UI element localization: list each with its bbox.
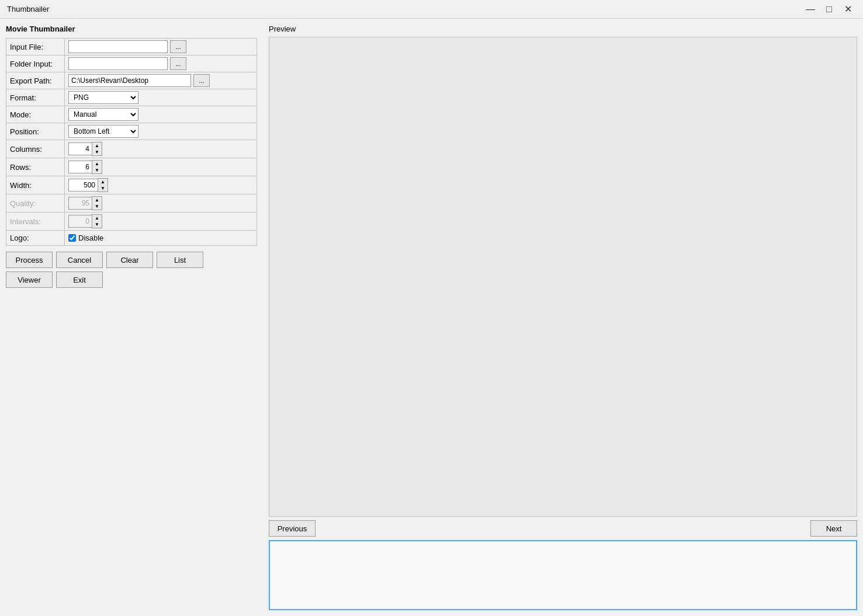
columns-cell: ▲ ▼ xyxy=(65,140,257,158)
format-label: Format: xyxy=(6,89,65,106)
intervals-spin-up[interactable]: ▲ xyxy=(92,215,102,221)
intervals-input[interactable] xyxy=(68,215,92,228)
title-bar: Thumbnailer — □ ✕ xyxy=(0,0,863,19)
log-textarea[interactable] xyxy=(269,540,857,610)
format-dropdown[interactable]: PNG JPG BMP xyxy=(68,91,138,104)
quality-spin-down[interactable]: ▼ xyxy=(92,203,102,210)
width-spinbox-buttons: ▲ ▼ xyxy=(98,178,108,192)
right-panel: Preview Previous Next xyxy=(263,19,863,616)
columns-row: Columns: ▲ ▼ xyxy=(6,140,257,158)
quality-row: Quality: ▲ ▼ xyxy=(6,194,257,213)
width-row: Width: ▲ ▼ xyxy=(6,176,257,194)
logo-label: Logo: xyxy=(6,231,65,246)
export-path-row: Export Path: ... xyxy=(6,72,257,89)
columns-spinbox-buttons: ▲ ▼ xyxy=(92,142,102,156)
input-file-row: Input File: ... xyxy=(6,39,257,55)
process-button[interactable]: Process xyxy=(6,252,53,268)
rows-spin-down[interactable]: ▼ xyxy=(92,167,102,173)
logo-row: Logo: Disable xyxy=(6,231,257,246)
folder-input-browse-button[interactable]: ... xyxy=(170,57,186,70)
close-button[interactable]: ✕ xyxy=(840,4,856,15)
mode-dropdown[interactable]: Manual Auto Interval xyxy=(68,108,138,121)
columns-spin-down[interactable]: ▼ xyxy=(92,149,102,155)
quality-cell: ▲ ▼ xyxy=(65,194,257,213)
form-table: Input File: ... Folder Input: ... xyxy=(6,38,257,246)
nav-row: Previous Next xyxy=(269,517,857,540)
position-dropdown[interactable]: Bottom Left Bottom Right Top Left Top Ri… xyxy=(68,125,138,138)
buttons-row-1: Process Cancel Clear List xyxy=(6,252,257,268)
clear-button[interactable]: Clear xyxy=(106,252,153,268)
list-button[interactable]: List xyxy=(157,252,203,268)
width-label: Width: xyxy=(6,176,65,194)
previous-button[interactable]: Previous xyxy=(269,520,316,537)
position-row: Position: Bottom Left Bottom Right Top L… xyxy=(6,123,257,140)
input-file-browse-button[interactable]: ... xyxy=(170,40,186,53)
window-title: Thumbnailer xyxy=(7,5,802,13)
viewer-button[interactable]: Viewer xyxy=(6,272,53,288)
rows-spinbox-buttons: ▲ ▼ xyxy=(92,160,102,174)
position-cell: Bottom Left Bottom Right Top Left Top Ri… xyxy=(65,123,257,140)
export-path-cell: ... xyxy=(65,72,257,89)
width-cell: ▲ ▼ xyxy=(65,176,257,194)
input-file-label: Input File: xyxy=(6,39,65,55)
folder-input-label: Folder Input: xyxy=(6,55,65,72)
cancel-button[interactable]: Cancel xyxy=(56,252,103,268)
rows-row: Rows: ▲ ▼ xyxy=(6,158,257,176)
window-controls: — □ ✕ xyxy=(802,4,856,15)
format-cell: PNG JPG BMP xyxy=(65,89,257,106)
preview-label: Preview xyxy=(269,25,857,33)
width-spin-up[interactable]: ▲ xyxy=(98,179,108,185)
quality-spinbox-buttons: ▲ ▼ xyxy=(92,196,102,210)
mode-cell: Manual Auto Interval xyxy=(65,106,257,123)
maximize-button[interactable]: □ xyxy=(821,4,837,15)
preview-area xyxy=(269,37,857,517)
mode-row: Mode: Manual Auto Interval xyxy=(6,106,257,123)
width-input[interactable] xyxy=(68,179,98,192)
intervals-cell: ▲ ▼ xyxy=(65,213,257,231)
intervals-label: Intervals: xyxy=(6,213,65,231)
rows-spin-up[interactable]: ▲ xyxy=(92,161,102,167)
exit-button[interactable]: Exit xyxy=(56,272,103,288)
columns-spin-up[interactable]: ▲ xyxy=(92,142,102,149)
format-row: Format: PNG JPG BMP xyxy=(6,89,257,106)
columns-input[interactable] xyxy=(68,142,92,155)
rows-label: Rows: xyxy=(6,158,65,176)
intervals-row: Intervals: ▲ ▼ xyxy=(6,213,257,231)
input-file-cell: ... xyxy=(65,39,257,55)
export-path-field[interactable] xyxy=(68,74,191,87)
input-file-field[interactable] xyxy=(68,40,168,53)
logo-checkbox-label[interactable]: Disable xyxy=(68,234,253,242)
width-spin-down[interactable]: ▼ xyxy=(98,185,108,192)
quality-label: Quality: xyxy=(6,194,65,213)
rows-cell: ▲ ▼ xyxy=(65,158,257,176)
mode-label: Mode: xyxy=(6,106,65,123)
export-path-browse-button[interactable]: ... xyxy=(193,74,210,87)
folder-input-cell: ... xyxy=(65,55,257,72)
logo-disable-checkbox[interactable] xyxy=(68,234,76,242)
logo-disable-text: Disable xyxy=(78,234,103,242)
intervals-spin-down[interactable]: ▼ xyxy=(92,221,102,228)
folder-input-field[interactable] xyxy=(68,57,168,70)
rows-input[interactable] xyxy=(68,161,92,173)
minimize-button[interactable]: — xyxy=(802,4,819,15)
quality-input[interactable] xyxy=(68,197,92,210)
next-button[interactable]: Next xyxy=(810,520,857,537)
section-title: Movie Thumbnailer xyxy=(6,25,257,33)
folder-input-row: Folder Input: ... xyxy=(6,55,257,72)
main-content: Movie Thumbnailer Input File: ... Folder… xyxy=(0,19,863,616)
logo-cell: Disable xyxy=(65,231,257,246)
buttons-row-2: Viewer Exit xyxy=(6,272,257,288)
position-label: Position: xyxy=(6,123,65,140)
left-panel: Movie Thumbnailer Input File: ... Folder… xyxy=(0,19,263,616)
columns-label: Columns: xyxy=(6,140,65,158)
quality-spin-up[interactable]: ▲ xyxy=(92,197,102,203)
intervals-spinbox-buttons: ▲ ▼ xyxy=(92,214,102,228)
export-path-label: Export Path: xyxy=(6,72,65,89)
